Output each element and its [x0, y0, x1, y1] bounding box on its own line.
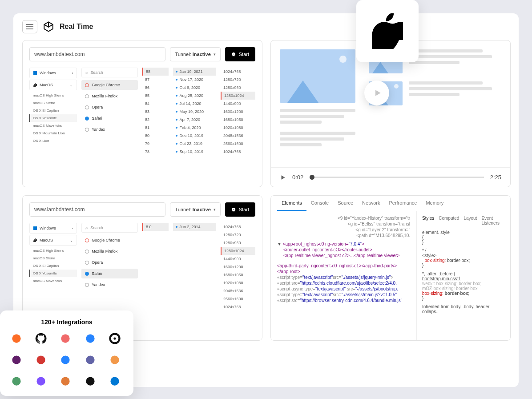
video-play-button[interactable] [364, 81, 389, 105]
os-version-item[interactable]: macOS High Sierra [29, 92, 77, 99]
date-item[interactable]: Jun 2, 2014 [173, 223, 217, 231]
resolution-item[interactable]: 2048x1536 [221, 287, 255, 295]
os-windows[interactable]: Windows› [29, 68, 77, 78]
os-version-item[interactable]: OS X Lion [29, 137, 77, 145]
os-macos[interactable]: MacOS⌄ [29, 235, 77, 246]
github-icon[interactable] [34, 332, 48, 345]
version-item[interactable]: 85 [142, 92, 169, 100]
date-item[interactable]: Oct 22, 2019 [173, 140, 217, 148]
slack-icon[interactable] [10, 353, 23, 367]
os-version-item[interactable]: macOS Mavericks [29, 277, 77, 285]
os-macos[interactable]: MacOS⌄ [29, 80, 77, 90]
tunnel-dropdown[interactable]: Tunnel: Inactive ▾ [170, 47, 220, 61]
resolution-item[interactable]: 1920x1080 [221, 279, 255, 287]
asana-icon[interactable] [59, 332, 72, 345]
os-version-item[interactable]: OS X El Capitan [29, 262, 77, 270]
jira-icon[interactable] [59, 353, 72, 367]
devtools-tab[interactable]: Elements [277, 196, 306, 211]
resolution-item[interactable]: 1600x1200 [221, 263, 255, 271]
version-item[interactable]: 88 [142, 68, 169, 76]
date-item[interactable]: May 19, 2020 [173, 108, 217, 116]
resolution-item[interactable]: 1440x900 [221, 100, 255, 108]
os-windows[interactable]: Windows› [29, 223, 77, 234]
version-item[interactable]: 86 [142, 84, 169, 92]
resolution-item[interactable]: 1024x768 [221, 223, 255, 231]
resolution-item[interactable]: 1680x1050 [221, 116, 255, 124]
os-version-item[interactable]: OS X Yosemite [29, 114, 77, 122]
os-version-item[interactable]: OS X Mountain Lion [29, 129, 77, 137]
resolution-item[interactable]: 1280x960 [221, 239, 255, 247]
version-item[interactable]: 82 [142, 116, 169, 124]
os-version-item[interactable]: macOS Sierra [29, 254, 77, 262]
browser-item[interactable]: Google Chrome [81, 235, 138, 245]
date-item[interactable]: Dec 10, 2019 [173, 132, 217, 140]
resolution-item[interactable]: 1024x768 [221, 148, 255, 156]
version-item[interactable]: 80 [142, 132, 169, 140]
browser-search[interactable]: ⌕Search [81, 68, 138, 77]
circleci-icon[interactable] [108, 332, 121, 345]
os-version-item[interactable]: macOS Mavericks [29, 122, 77, 129]
browser-item[interactable]: Opera [81, 102, 138, 112]
devtools-tab[interactable]: Console [306, 196, 333, 211]
resolution-item[interactable]: 2560x1600 [221, 140, 255, 148]
devtools-elements[interactable]: <9 id="Yandex-History" transform="tr <g … [271, 211, 417, 340]
resolution-item[interactable]: 2560x1600 [221, 295, 255, 303]
os-version-item[interactable]: macOS High Sierra [29, 247, 77, 254]
date-item[interactable]: Sep 10, 2019 [173, 148, 217, 156]
browser-item[interactable]: Mozilla Firefox [81, 91, 138, 101]
version-item[interactable]: 81 [142, 124, 169, 132]
browser-item[interactable]: Safari [81, 113, 138, 123]
play-small-icon[interactable] [280, 174, 286, 181]
version-item[interactable]: 78 [142, 148, 169, 156]
version-item[interactable]: 83 [142, 108, 169, 116]
devtools-subtab[interactable]: Event Listeners [481, 216, 505, 226]
tools-icon[interactable] [59, 375, 72, 388]
resolution-item[interactable]: 1680x1050 [221, 271, 255, 279]
azure-icon[interactable] [108, 375, 121, 388]
teams-icon[interactable] [84, 353, 97, 367]
browser-item[interactable]: Safari [81, 269, 138, 278]
browser-search[interactable]: ⌕Search [81, 223, 138, 233]
date-item[interactable]: Jan 19, 2021 [173, 68, 217, 76]
gear-icon[interactable] [10, 375, 23, 388]
os-version-item[interactable]: macOS Sierra [29, 99, 77, 107]
url-input[interactable] [29, 47, 165, 61]
devtools-styles[interactable]: StylesComputedLayoutEvent Listeners elem… [417, 211, 510, 340]
browser-item[interactable]: Mozilla Firefox [81, 246, 138, 256]
resolution-item[interactable]: 1280x720 [221, 231, 255, 239]
devtools-subtab[interactable]: Computed [439, 216, 459, 226]
date-item[interactable]: Apr 7, 2020 [173, 116, 217, 124]
browser-item[interactable]: Yandex [81, 280, 138, 290]
bitbucket-icon[interactable] [84, 332, 97, 345]
resolution-item[interactable]: 1024x768 [221, 303, 255, 311]
browser-item[interactable]: Google Chrome [81, 80, 138, 90]
resolution-item[interactable]: 1600x1200 [221, 108, 255, 116]
resolution-item[interactable]: 1280x720 [221, 76, 255, 84]
chat-icon[interactable] [108, 353, 121, 367]
start-button[interactable]: Start [225, 47, 255, 61]
menu-button[interactable] [22, 20, 37, 33]
browser-item[interactable]: Yandex [81, 125, 138, 134]
devtools-tab[interactable]: Perfromance [384, 196, 421, 211]
os-version-item[interactable]: OS X Yosemite [29, 270, 77, 277]
sentry-icon[interactable] [84, 375, 97, 388]
gitlab-icon[interactable] [10, 332, 23, 345]
date-item[interactable]: Nov 17, 2020 [173, 76, 217, 84]
resolution-item[interactable]: 1280x1024 [221, 92, 255, 100]
version-item[interactable]: 8.0 [142, 223, 169, 231]
date-item[interactable]: Oct 6, 2020 [173, 84, 217, 92]
browser-item[interactable]: Opera [81, 258, 138, 267]
resolution-item[interactable]: 1440x900 [221, 255, 255, 263]
date-item[interactable]: Jul 14, 2020 [173, 100, 217, 108]
resolution-item[interactable]: 2048x1536 [221, 132, 255, 140]
video-progress[interactable] [310, 177, 484, 178]
resolution-item[interactable]: 1280x1024 [221, 247, 255, 255]
url-input[interactable] [29, 202, 165, 217]
os-version-item[interactable]: OS X El Capitan [29, 107, 77, 114]
start-button[interactable]: Start [225, 202, 255, 217]
version-item[interactable]: 79 [142, 140, 169, 148]
date-item[interactable]: Aug 25, 2020 [173, 92, 217, 100]
devtools-subtab[interactable]: Styles [422, 216, 434, 226]
resolution-item[interactable]: 1920x1080 [221, 124, 255, 132]
devtools-tab[interactable]: Network [358, 196, 384, 211]
